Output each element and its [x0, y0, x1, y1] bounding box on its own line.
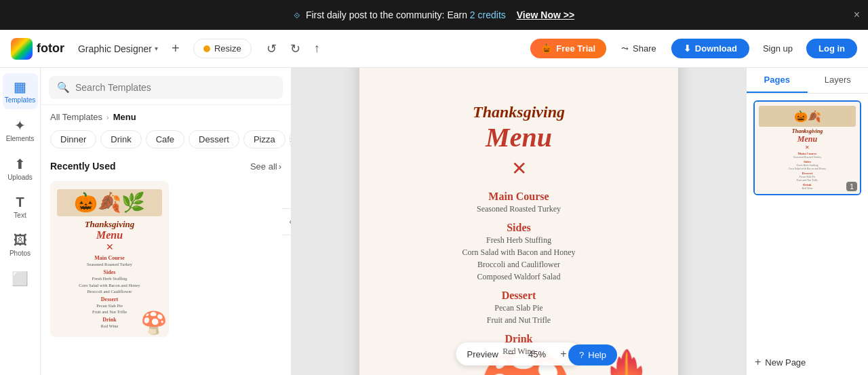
sidebar-photos-label: Photos: [9, 250, 31, 257]
canvas-document[interactable]: 🎃🍂🌿🍁 Thanksgiving Menu ✕ Main Course Sea…: [359, 68, 678, 375]
free-trial-button[interactable]: 🎃 Free Trial: [530, 39, 606, 58]
sidebar-item-elements[interactable]: ✦ Elements: [3, 112, 38, 148]
page-thumb-text2: Fresh Herb StuffingCorn Salad with Bacon…: [789, 163, 827, 170]
sidebar-item-more[interactable]: ⬜: [3, 265, 38, 292]
template-card-subtitle: Menu: [96, 229, 123, 241]
search-input[interactable]: [75, 82, 275, 93]
help-label: Help: [588, 350, 606, 360]
upload-button[interactable]: ↑: [310, 37, 324, 60]
filter-chips-next-icon[interactable]: ›: [290, 132, 291, 148]
sidebar-item-uploads[interactable]: ⬆ Uploads: [3, 151, 38, 186]
pages-content: 🎃🍂 Thanksgiving Menu ✕ Main Course Seaso…: [747, 94, 868, 349]
signup-button[interactable]: Sign up: [756, 39, 800, 58]
filter-chip-dinner[interactable]: Dinner: [50, 130, 96, 149]
free-trial-label: Free Trial: [556, 43, 595, 54]
panel-collapse-arrow-icon[interactable]: ‹: [281, 208, 292, 235]
announcement-text: First daily post to the community: Earn …: [306, 9, 506, 20]
sidebar-item-photos[interactable]: 🖼 Photos: [3, 227, 38, 262]
template-thumb-thanksgiving[interactable]: 🎃🍂🌿 Thanksgiving Menu ✕ Main Course Seas…: [50, 181, 169, 337]
search-icon: 🔍: [57, 81, 70, 94]
see-all-arrow-icon: ›: [279, 161, 281, 172]
resize-label: Resize: [214, 43, 241, 54]
page-thumb-inner: 🎃🍂 Thanksgiving Menu ✕ Main Course Seaso…: [755, 102, 860, 194]
sidebar-text-label: Text: [14, 212, 26, 219]
canvas-item-sides: Fresh Herb StuffingCorn Salad with Bacon…: [462, 234, 576, 283]
recently-used-title: Recently Used: [50, 161, 115, 172]
templates-panel: 🔍 All Templates › Menu Dinner Drink Cafe…: [41, 68, 292, 375]
elements-icon: ✦: [14, 117, 26, 134]
logo-text: fotor: [37, 41, 64, 56]
canvas-section-dessert: Dessert: [502, 290, 536, 302]
sidebar-icons: ▦ Templates ✦ Elements ⬆ Uploads T Text …: [0, 68, 41, 375]
templates-icon: ▦: [14, 79, 26, 95]
canvas-item-dessert: Pecan Slab PieFruit and Nut Trifle: [487, 302, 551, 326]
search-input-wrap: 🔍: [49, 76, 283, 99]
filter-chips: Dinner Drink Cafe Dessert Pizza ›: [41, 126, 291, 155]
more-icon: ⬜: [12, 271, 28, 287]
template-card-section-2: Sides: [104, 269, 116, 275]
template-card-section-3: Dessert: [101, 296, 118, 302]
canvas-section-drink: Drink: [505, 333, 533, 345]
main-layout: ▦ Templates ✦ Elements ⬆ Uploads T Text …: [0, 68, 868, 375]
filter-chip-drink[interactable]: Drink: [100, 130, 141, 149]
canvas-section-main-course: Main Course: [488, 191, 549, 203]
page-thumb-cross: ✕: [805, 144, 810, 151]
template-card-section-1: Main Course: [94, 255, 125, 261]
resize-button[interactable]: Resize: [193, 39, 252, 58]
new-page-label: New Page: [765, 357, 806, 368]
template-card-top-decoration: 🎃🍂🌿: [57, 189, 162, 216]
template-card-text-3: Pecan Slab PieFruit and Nut Trifle: [92, 302, 127, 315]
announcement-bar: ⟐ First daily post to the community: Ear…: [0, 0, 868, 30]
project-name-chevron-icon: ▾: [155, 45, 158, 52]
photos-icon: 🖼: [14, 233, 27, 248]
page-thumbnail-1-wrap[interactable]: 🎃🍂 Thanksgiving Menu ✕ Main Course Seaso…: [753, 100, 861, 195]
filter-chip-pizza[interactable]: Pizza: [243, 130, 285, 149]
logo[interactable]: fotor: [11, 38, 64, 60]
page-thumbnail-1: 🎃🍂 Thanksgiving Menu ✕ Main Course Seaso…: [753, 100, 861, 195]
share-icon: ⤳: [621, 43, 629, 54]
tab-pages[interactable]: Pages: [747, 68, 808, 93]
toolbar-actions: ↺ ↻ ↑: [262, 37, 324, 60]
right-panel: Pages Layers 🎃🍂 Thanksgiving Menu ✕ Main…: [746, 68, 868, 375]
page-thumb-subtitle: Menu: [797, 134, 817, 144]
help-icon: ?: [579, 350, 584, 360]
canvas-item-drink: Red Wine: [502, 345, 535, 357]
undo-button[interactable]: ↺: [262, 37, 281, 60]
redo-button[interactable]: ↻: [286, 37, 304, 60]
template-card-bottom-decoration: 🍄: [140, 310, 167, 336]
announcement-icon: ⟐: [294, 9, 300, 21]
breadcrumb-all-templates[interactable]: All Templates: [50, 112, 102, 122]
page-thumb-text3: Pecan Slab PieFruit and Nut Trifle: [797, 175, 818, 182]
template-card-text-4: Red Wine: [101, 323, 119, 329]
preview-button[interactable]: Preview: [467, 349, 498, 359]
see-all-link[interactable]: See all ›: [250, 161, 281, 172]
text-icon: T: [16, 195, 24, 210]
tab-layers[interactable]: Layers: [808, 68, 869, 93]
filter-chip-cafe[interactable]: Cafe: [146, 130, 184, 149]
view-now-link[interactable]: View Now >>: [517, 9, 574, 20]
sidebar-templates-label: Templates: [5, 96, 36, 104]
page-thumb-text4: Red Wine: [802, 186, 813, 190]
page-number-badge: 1: [846, 182, 857, 191]
help-button[interactable]: ? Help: [568, 344, 617, 366]
page-thumb-text1: Seasoned Roasted Turkey: [793, 155, 821, 159]
right-tabs: Pages Layers: [747, 68, 868, 94]
breadcrumb: All Templates › Menu: [41, 105, 291, 126]
new-page-plus-icon: +: [755, 356, 761, 368]
share-button[interactable]: ⤳ Share: [613, 39, 665, 58]
login-button[interactable]: Log in: [806, 39, 857, 58]
add-button[interactable]: +: [166, 39, 185, 58]
sidebar-item-templates[interactable]: ▦ Templates: [3, 73, 38, 109]
download-button[interactable]: ⬇ Download: [671, 39, 749, 58]
free-trial-icon: 🎃: [541, 43, 552, 54]
template-grid: 🎃🍂🌿 Thanksgiving Menu ✕ Main Course Seas…: [41, 176, 291, 342]
filter-chip-dessert[interactable]: Dessert: [189, 130, 239, 149]
sidebar-uploads-label: Uploads: [7, 174, 33, 181]
uploads-icon: ⬆: [14, 156, 26, 172]
canvas-area: 🎃🍂🌿🍁 Thanksgiving Menu ✕ Main Course Sea…: [292, 68, 746, 375]
project-name-selector[interactable]: Graphic Designer ▾: [78, 43, 158, 54]
sidebar-item-text[interactable]: T Text: [3, 189, 38, 224]
recently-used-header: Recently Used See all ›: [41, 155, 291, 176]
new-page-button[interactable]: + New Page: [747, 349, 868, 375]
announcement-close-button[interactable]: ×: [854, 9, 860, 21]
